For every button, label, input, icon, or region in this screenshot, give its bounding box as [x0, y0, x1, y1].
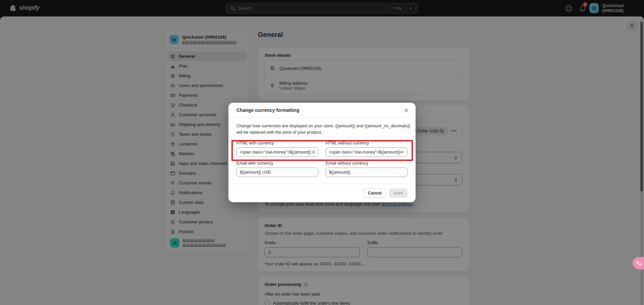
email-without-currency-label: Email without currency: [326, 161, 408, 166]
translate-widget-button[interactable]: [633, 257, 644, 269]
modal-close-button[interactable]: [401, 105, 411, 115]
save-button[interactable]: Save: [389, 188, 408, 198]
close-icon: [404, 108, 409, 113]
modal-title: Change currency formatting: [236, 107, 401, 113]
email-without-currency-input[interactable]: [326, 168, 408, 177]
translate-icon: [635, 260, 643, 267]
email-without-currency-field: Email without currency: [326, 161, 408, 177]
annotation-highlight-rectangle: [231, 140, 413, 161]
email-with-currency-input[interactable]: [236, 168, 318, 177]
email-with-currency-field: Email with currency: [236, 161, 318, 177]
email-with-currency-label: Email with currency: [236, 161, 318, 166]
modal-description: Change how currencies are displayed on y…: [236, 123, 408, 136]
cancel-button[interactable]: Cancel: [363, 188, 386, 198]
